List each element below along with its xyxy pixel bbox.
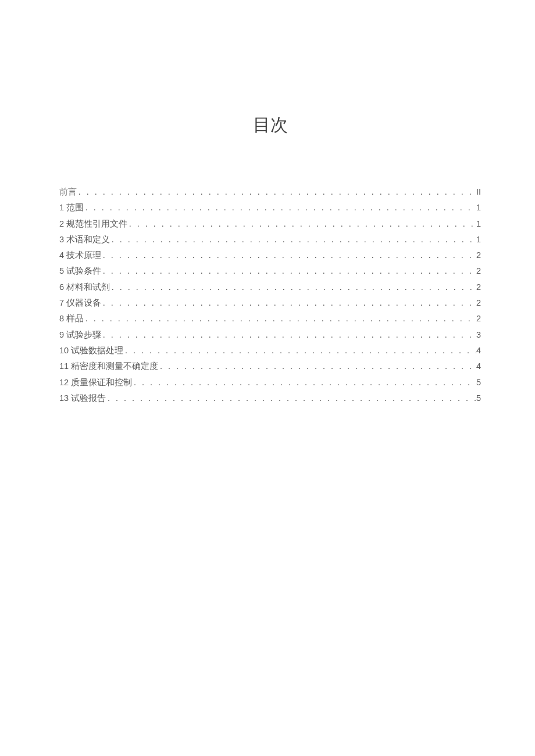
toc-entry-text: 仪器设备 [66,298,101,307]
toc-entry-label: 9 试验步骤 [59,331,101,339]
toc-entry-number: 3 [59,235,66,244]
toc-entry-page: 2 [476,314,481,323]
toc-dots [110,284,476,292]
toc-entry-page: 1 [476,203,481,212]
toc-entry-page: 2 [476,251,481,260]
toc-dots [123,347,476,355]
document-page: 目次 前言II1 范围12 规范性引用文件13 术语和定义14 技术原理25 试… [0,0,535,403]
toc-entry-number: 12 [59,378,71,387]
toc-entry: 1 范围1 [59,203,481,212]
toc-dots [106,395,476,403]
toc-entry-page: 3 [476,331,481,339]
toc-entry-label: 11 精密度和测量不确定度 [59,362,158,371]
toc-entry-page: 5 [476,394,481,403]
toc-entry: 5 试验条件2 [59,267,481,275]
toc-entry-text: 试验步骤 [66,330,101,339]
toc-entry-number: 4 [59,250,66,260]
toc-entry-label: 7 仪器设备 [59,299,101,307]
toc-entry-number: 9 [59,330,66,339]
toc-entry-number: 8 [59,314,66,323]
toc-entry-text: 材料和试剂 [66,282,110,292]
toc-entry: 7 仪器设备2 [59,299,481,307]
toc-dots [84,315,476,323]
toc-entry: 2 规范性引用文件1 [59,220,481,228]
toc-entry-label: 13 试验报告 [59,394,106,403]
toc-entry-text: 试验条件 [66,266,101,275]
toc-entry-label: 5 试验条件 [59,267,101,275]
toc-dots [77,188,476,196]
toc-entry-number: 7 [59,298,66,307]
toc-entry: 10 试验数据处理4 [59,346,481,355]
toc-entry-page: 2 [476,283,481,292]
toc-dots [101,267,476,275]
toc-entry-number: 13 [59,393,71,403]
toc-entry-number: 11 [59,361,71,371]
toc-dots [132,379,476,387]
toc-entry-page: II [476,188,481,196]
toc-dots [101,252,476,260]
toc-entry-label: 1 范围 [59,203,84,212]
toc-entry-label: 3 术语和定义 [59,235,110,244]
toc-dots [158,363,476,371]
toc-entry-label: 6 材料和试剂 [59,283,110,292]
toc-entry: 前言II [59,188,481,196]
toc-entry: 11 精密度和测量不确定度4 [59,362,481,371]
toc-entry-text: 质量保证和控制 [71,378,132,387]
toc-entry-text: 规范性引用文件 [66,219,127,228]
toc-entry-label: 前言 [59,188,77,196]
toc-entry-page: 1 [476,235,481,244]
toc-entry-number: 1 [59,203,66,212]
toc-entry-text: 术语和定义 [66,235,110,244]
toc-entry-label: 12 质量保证和控制 [59,378,132,387]
toc-entry: 9 试验步骤3 [59,331,481,339]
toc-dots [110,236,476,244]
toc-entry-page: 2 [476,299,481,307]
toc-entry-text: 样品 [66,314,84,323]
toc-entry-number: 5 [59,266,66,275]
toc-entry-text: 试验报告 [71,393,106,403]
toc-entry-page: 5 [476,378,481,387]
toc-entry-text: 范围 [66,203,84,212]
toc-entry-number: 10 [59,346,71,355]
toc-entry: 13 试验报告5 [59,394,481,403]
toc-title: 目次 [59,113,481,137]
toc-entry-label: 4 技术原理 [59,251,101,260]
toc-entry-label: 2 规范性引用文件 [59,220,127,228]
toc-entry-label: 8 样品 [59,314,84,323]
toc-entry-page: 1 [476,220,481,228]
toc-dots [101,331,476,339]
toc-entry-page: 2 [476,267,481,275]
toc-entry: 6 材料和试剂2 [59,283,481,292]
toc-entry-text: 精密度和测量不确定度 [71,361,158,371]
toc-entry: 8 样品2 [59,314,481,323]
toc-entry-number: 2 [59,219,66,228]
toc-dots [127,220,476,228]
toc-entry-text: 技术原理 [66,250,101,260]
toc-entry: 3 术语和定义1 [59,235,481,244]
toc-entry-number: 6 [59,282,66,292]
toc-entry-page: 4 [476,346,481,355]
toc-dots [84,204,476,212]
toc-entry: 4 技术原理2 [59,251,481,260]
toc-entry-text: 试验数据处理 [71,346,123,355]
toc-entry-page: 4 [476,362,481,371]
table-of-contents: 前言II1 范围12 规范性引用文件13 术语和定义14 技术原理25 试验条件… [59,188,481,403]
toc-dots [101,299,476,307]
toc-entry-label: 10 试验数据处理 [59,346,123,355]
toc-entry: 12 质量保证和控制5 [59,378,481,387]
